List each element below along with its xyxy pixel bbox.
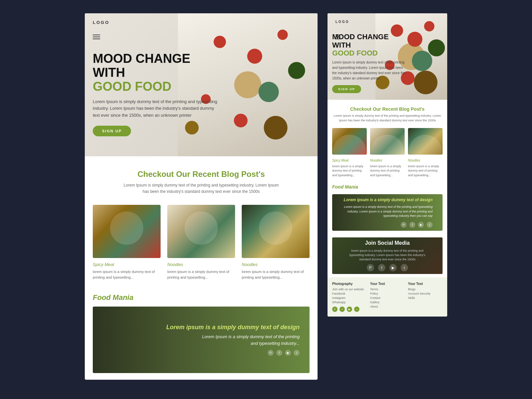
footer-pinterest-icon[interactable]: P: [332, 307, 337, 312]
right-food-mania-overlay: Lorem ipsum is a simply dummy text of de…: [332, 194, 443, 231]
footer-col-1-item-4[interactable]: Whatsapp: [332, 301, 367, 304]
right-hero-title-line1: MOOD CHANGE: [332, 33, 405, 41]
right-blog-subtitle: Lorem Ipsum is simply dummy text of the …: [332, 113, 443, 123]
right-blog-card-title-3: Noodles: [408, 159, 443, 162]
right-blog-card-desc-3: lorem ipsum is a simply dummy text of pr…: [408, 164, 443, 178]
food-mania-description: Lorem Ipsum is a simply dummy text of th…: [200, 333, 300, 346]
food-img-inner-3: [242, 205, 310, 258]
left-blog-card-1: Spicy Meat lorem ipsum is a simply dummy…: [93, 205, 161, 280]
pinterest-icon[interactable]: P: [268, 350, 274, 356]
hero-title-green: GOOD FOOD: [93, 80, 219, 94]
blog-card-title-1: Spicy Meat: [93, 262, 161, 267]
social-title: Join Social Media: [365, 240, 410, 246]
blog-card-desc-3: lorem ipsum is a simply dummy text of pr…: [242, 269, 310, 280]
right-hero-content: MOOD CHANGE WITH GOOD FOOD Lorem Ipsum i…: [332, 33, 405, 93]
right-youtube-icon[interactable]: ▶: [418, 222, 424, 228]
left-blog-section: Checkout Our Recent Blog Post's Lorem Ip…: [85, 156, 318, 290]
footer-col-2-item-4[interactable]: Gallery: [370, 301, 405, 304]
left-blog-subtitle: Lorem Ipsum is simply dummy text of the …: [121, 182, 281, 195]
food-img-inner-1: [93, 205, 161, 258]
left-food-mania-section: Food Mania Lorem ipsum is a simply dummy…: [85, 290, 318, 380]
left-blog-card-3: Noodles lorem ipsum is a simply dummy te…: [242, 205, 310, 280]
footer-col-3-title: Your Text: [408, 282, 443, 286]
footer-col-3-item-2[interactable]: Account Security: [408, 292, 443, 295]
food-mania-social-icons: P f ▶ t: [268, 350, 300, 356]
blog-card-title-3: Noodles: [242, 262, 310, 267]
left-signup-button[interactable]: SIGN UP: [93, 126, 131, 136]
footer-col-1-item-3[interactable]: Instagram: [332, 296, 367, 300]
footer-col-1-item-1[interactable]: Join with us our website: [332, 288, 367, 291]
right-blog-section: Checkout Our Recent Blog Post's Lorem Ip…: [328, 100, 447, 183]
footer-col-3-item-3[interactable]: Skills: [408, 296, 443, 300]
social-facebook-icon[interactable]: f: [378, 264, 385, 271]
footer-col-2-item-1[interactable]: Terms: [370, 288, 405, 291]
left-blog-title: Checkout Our Recent Blog Post's: [93, 170, 310, 179]
blog-image-1: [93, 205, 161, 258]
footer-col-1-item-2[interactable]: Facebook: [332, 292, 367, 295]
left-panel: LOGO MOOD CHANGE WITH GOOD FOOD Lorem Ip…: [85, 13, 318, 380]
twitter-icon[interactable]: t: [294, 350, 300, 356]
right-pinterest-icon[interactable]: P: [401, 222, 407, 228]
blog-image-3: [242, 205, 310, 258]
social-twitter-icon[interactable]: t: [401, 264, 408, 271]
right-blog-card-title-1: Spicy Meat: [332, 159, 367, 162]
footer-col-2: Your Text Terms Policy Contact Gallery A…: [370, 282, 405, 312]
footer-youtube-icon[interactable]: ▶: [347, 307, 352, 312]
social-icons-group: P f ▶ t: [367, 264, 408, 271]
right-twitter-icon[interactable]: t: [427, 222, 433, 228]
blog-image-2: [167, 205, 235, 258]
right-blog-card-title-2: Noodles: [370, 159, 405, 162]
hero-content: MOOD CHANGE WITH GOOD FOOD Lorem Ipsum i…: [93, 52, 219, 136]
right-hero-title-green: GOOD FOOD: [332, 49, 405, 57]
right-signup-button[interactable]: SIGN UP: [332, 85, 361, 93]
right-food-img-1: [332, 128, 367, 155]
footer-col-2-item-2[interactable]: Policy: [370, 292, 405, 295]
hero-description: Lorem Ipsum is simply dummy text of the …: [93, 98, 219, 119]
right-hero-title-line2: WITH: [332, 41, 405, 49]
food-mania-overlay: Lorem ipsum is a simply dummy text of de…: [93, 307, 310, 373]
blog-card-title-2: Noodles: [167, 262, 235, 267]
footer-col-2-item-3[interactable]: Contact: [370, 296, 405, 300]
right-food-mania-tagline: Lorem ipsum is a simply dummy text of de…: [344, 198, 433, 202]
right-blog-title: Checkout Our Recent Blog Post's: [332, 106, 443, 112]
right-facebook-icon[interactable]: f: [409, 222, 415, 228]
social-pinterest-icon[interactable]: P: [367, 264, 374, 271]
facebook-icon[interactable]: f: [276, 350, 282, 356]
left-blog-grid: Spicy Meat lorem ipsum is a simply dummy…: [93, 205, 310, 280]
footer-facebook-icon[interactable]: f: [339, 307, 345, 312]
left-logo: LOGO: [93, 20, 109, 25]
hamburger-menu-icon[interactable]: [93, 33, 100, 41]
social-description: lorem ipsum is a simply dummy text of th…: [344, 249, 431, 261]
right-food-mania-title: Food Mania: [332, 184, 443, 190]
blog-card-desc-1: lorem ipsum is a simply dummy text of pr…: [93, 269, 161, 280]
footer-col-3-item-1[interactable]: Blogs: [408, 288, 443, 291]
hero-title-line2: WITH: [93, 66, 219, 80]
hero-title-line1: MOOD CHANGE: [93, 52, 219, 66]
footer-col-1-title: Photography: [332, 282, 367, 286]
right-food-mania-social: P f ▶ t: [401, 222, 433, 228]
right-hero-description: Lorem Ipsum is simply dummy text of the …: [332, 60, 405, 81]
right-blog-card-3: Noodles lorem ipsum is a simply dummy te…: [408, 128, 443, 178]
menu-line-3: [93, 39, 100, 39]
food-mania-tagline: Lorem ipsum is a simply dummy text of de…: [166, 324, 300, 331]
blog-card-desc-2: lorem ipsum is a simply dummy text of pr…: [167, 269, 235, 280]
footer-col-3: Your Text Blogs Account Security Skills: [408, 282, 443, 312]
social-youtube-icon[interactable]: ▶: [389, 264, 397, 271]
right-blog-card-2: Noodles lorem ipsum is a simply dummy te…: [370, 128, 405, 178]
right-logo: LOGO: [335, 20, 349, 24]
right-food-mania-section: Food Mania Lorem ipsum is a simply dummy…: [328, 183, 447, 234]
footer-social-icons: P f ▶ t: [332, 307, 367, 312]
right-food-img-3: [408, 128, 443, 155]
left-hero: LOGO MOOD CHANGE WITH GOOD FOOD Lorem Ip…: [85, 13, 318, 156]
menu-line-1: [93, 35, 100, 35]
right-blog-grid: Spicy Meat lorem ipsum is a simply dummy…: [332, 128, 443, 178]
footer-col-2-title: Your Text: [370, 282, 405, 286]
footer-twitter-icon[interactable]: t: [354, 307, 359, 312]
right-blog-image-1: [332, 128, 367, 155]
footer-col-2-item-5[interactable]: About: [370, 305, 405, 308]
footer-col-1: Photography Join with us our website Fac…: [332, 282, 367, 312]
right-food-mania-description: Lorem Ipsum is a simply dummy text of th…: [342, 205, 433, 218]
youtube-icon[interactable]: ▶: [285, 350, 291, 356]
left-food-mania-title: Food Mania: [93, 293, 310, 302]
social-media-section: Join Social Media lorem ipsum is a simpl…: [332, 237, 443, 274]
